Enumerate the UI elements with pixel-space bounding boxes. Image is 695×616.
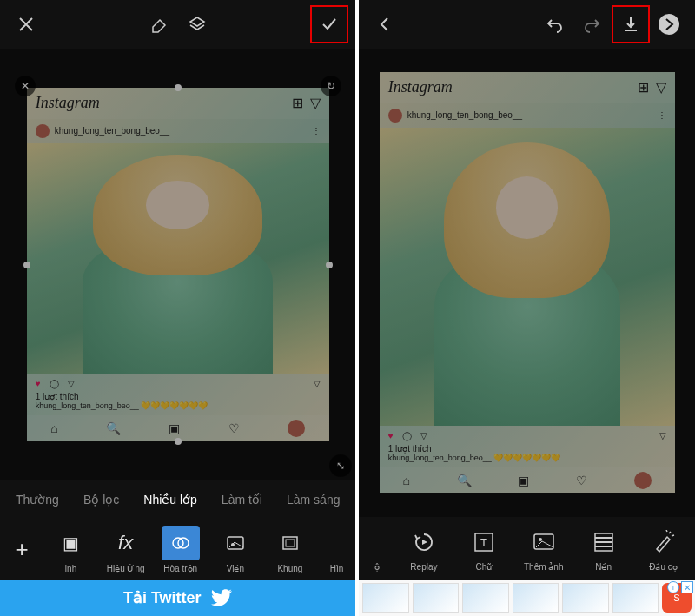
tool-image[interactable]: ▣ inh <box>43 526 98 573</box>
tool-replay[interactable]: Replay <box>394 526 453 572</box>
ad-thumb <box>612 583 659 613</box>
ad-thumb <box>362 583 408 613</box>
ig-photo <box>380 128 675 426</box>
comment-icon: ◯ <box>50 379 59 388</box>
tool-border[interactable]: Viền <box>208 526 262 573</box>
tab-lighten[interactable]: Làm sáng <box>275 493 352 507</box>
username-caption: khung_long_ten_bong_beo__ <box>388 454 492 462</box>
hearts-emoji: 💛💛💛💛💛💛💛 <box>141 401 208 410</box>
shop-icon: ♡ <box>228 421 240 435</box>
username-caption: khung_long_ten_bong_beo__ <box>36 401 139 410</box>
right-top-bar <box>359 0 695 49</box>
ad-close-icon[interactable]: ✕ <box>681 581 693 593</box>
username: khung_long_ten_bong_beo__ <box>55 126 169 136</box>
bookmark-icon: ▽ <box>659 431 666 440</box>
twitter-ad-banner[interactable]: Tải Twitter <box>0 580 355 616</box>
download-icon[interactable] <box>612 5 650 43</box>
ad-text: Tải Twitter <box>123 588 202 607</box>
plus-box-icon: ⊞ <box>638 79 649 96</box>
tab-normal[interactable]: Thường <box>3 493 71 507</box>
plus-box-icon: ⊞ <box>292 95 303 111</box>
home-icon: ⌂ <box>403 474 410 487</box>
svg-rect-4 <box>283 537 297 549</box>
resize-handle[interactable] <box>326 262 333 268</box>
delete-handle-icon[interactable]: ✕ <box>15 76 36 96</box>
avatar <box>388 109 402 123</box>
ig-user-row: khung_long_ten_bong_beo__ ⋮ <box>380 103 675 128</box>
undo-icon[interactable] <box>535 5 573 43</box>
send-icon: ▽ <box>656 79 666 96</box>
layers-icon[interactable] <box>178 5 216 43</box>
ig-logo: Instagram <box>388 78 453 96</box>
eraser-icon[interactable] <box>140 5 178 43</box>
product-ad-banner[interactable]: S i ✕ <box>359 580 695 616</box>
twitter-icon <box>210 586 233 609</box>
tool-add-image[interactable]: Thêm ảnh <box>513 526 573 572</box>
svg-rect-9 <box>534 534 553 549</box>
home-icon: ⌂ <box>50 421 57 435</box>
ad-info-icon[interactable]: i <box>667 581 679 593</box>
svg-point-10 <box>539 538 542 541</box>
rotate-handle-icon[interactable]: ↻ <box>321 76 341 96</box>
tab-darken[interactable]: Làm tối <box>209 493 275 507</box>
share-icon: ▽ <box>420 431 427 440</box>
resize-corner-icon[interactable]: ⤡ <box>329 454 352 477</box>
redo-icon[interactable] <box>573 5 612 43</box>
search-icon: 🔍 <box>457 474 472 487</box>
ig-bottom-nav: ⌂ 🔍 ▣ ♡ <box>380 467 675 493</box>
tool-label: Đầu cọ <box>649 562 678 572</box>
tool-label: Replay <box>410 562 437 572</box>
brush-icon <box>647 526 680 559</box>
tool-text[interactable]: T Chữ <box>453 526 513 572</box>
tool-background[interactable]: Nền <box>573 526 633 572</box>
back-icon[interactable] <box>366 5 404 43</box>
comment-icon: ◯ <box>402 431 412 440</box>
instagram-frame[interactable]: Instagram ⊞ ▽ khung_long_ten_bong_beo__ … <box>27 88 329 442</box>
shape-icon <box>317 526 355 560</box>
ig-header: Instagram ⊞ ▽ <box>380 72 675 103</box>
bookmark-icon: ▽ <box>314 379 321 388</box>
tool-effects[interactable]: fx Hiệu Ứng <box>98 526 153 573</box>
close-icon[interactable] <box>7 5 45 43</box>
ig-photo <box>27 143 329 374</box>
tool-frame[interactable]: Khung <box>262 526 317 573</box>
tool-blend[interactable]: Hòa trộn <box>153 526 208 573</box>
tool-shape[interactable]: Hìn <box>317 526 355 573</box>
ig-header: Instagram ⊞ ▽ <box>27 88 329 119</box>
ad-controls: i ✕ <box>667 581 693 593</box>
share-icon: ▽ <box>68 379 75 388</box>
person-figure <box>72 155 284 374</box>
ig-logo: Instagram <box>36 94 100 112</box>
blend-icon <box>162 526 200 560</box>
search-icon: 🔍 <box>106 421 121 435</box>
left-tools-row: + ▣ inh fx Hiệu Ứng Hòa trộn Viền Khung <box>0 519 355 580</box>
tool-label: Thêm ảnh <box>524 562 563 572</box>
next-icon[interactable] <box>650 5 688 43</box>
resize-handle[interactable] <box>23 262 30 268</box>
tool-crop[interactable]: ộ <box>361 526 394 572</box>
tool-label: Hìn <box>330 564 344 573</box>
right-screen: Instagram ⊞ ▽ khung_long_ten_bong_beo__ … <box>359 0 695 616</box>
tool-brush[interactable]: Đầu cọ <box>633 526 693 572</box>
confirm-check-icon[interactable] <box>310 5 348 43</box>
right-canvas[interactable]: Instagram ⊞ ▽ khung_long_ten_bong_beo__ … <box>359 49 695 517</box>
ad-thumb <box>462 583 508 613</box>
svg-point-6 <box>659 14 679 35</box>
left-screen: Instagram ⊞ ▽ khung_long_ten_bong_beo__ … <box>0 0 355 616</box>
left-canvas[interactable]: Instagram ⊞ ▽ khung_long_ten_bong_beo__ … <box>0 49 355 480</box>
instagram-frame: Instagram ⊞ ▽ khung_long_ten_bong_beo__ … <box>380 72 675 493</box>
send-icon: ▽ <box>310 95 321 111</box>
hearts-emoji: 💛💛💛💛💛💛💛 <box>493 454 560 462</box>
tab-filter[interactable]: Bộ lọc <box>71 493 131 507</box>
avatar <box>36 124 50 138</box>
username: khung_long_ten_bong_beo__ <box>407 110 522 120</box>
resize-handle[interactable] <box>175 84 182 91</box>
blend-mode-tabs: Thường Bộ lọc Nhiều lớp Làm tối Làm sáng <box>0 480 355 519</box>
ig-footer: ♥ ◯ ▽ ▽ 1 lượt thích khung_long_ten_bong… <box>380 426 675 467</box>
add-button[interactable]: + <box>0 536 43 563</box>
resize-handle[interactable] <box>175 438 182 445</box>
ad-thumb <box>513 583 559 613</box>
heart-icon: ♥ <box>36 379 41 388</box>
tab-multilayer[interactable]: Nhiều lớp <box>131 493 209 507</box>
image-icon: ▣ <box>52 526 90 560</box>
